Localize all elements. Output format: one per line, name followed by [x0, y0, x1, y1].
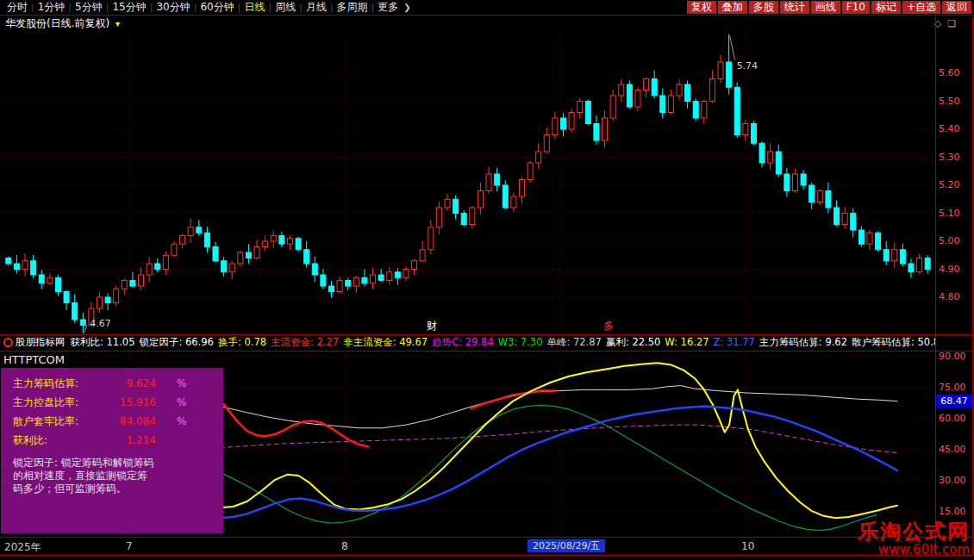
period-tab-5[interactable]: 30分钟 — [153, 0, 193, 15]
titlebar-icon-2[interactable]: ❏ — [947, 18, 962, 29]
line-magenta-dashed — [220, 425, 897, 452]
price-axis-label: 5.10 — [939, 208, 960, 219]
line-red — [220, 400, 368, 446]
info-note-line: 锁定因子: 锁定筹码和解锁筹码 — [13, 457, 223, 470]
axis-month-label: 7 — [126, 540, 133, 552]
period-tab-10[interactable]: 多周期 — [334, 0, 371, 15]
line-yellow — [220, 363, 897, 518]
indicator-stat: 主流资金: 2.27 — [271, 335, 339, 350]
info-note-line: 码多少；但可监测筹码。 — [13, 482, 223, 495]
info-row: 主力筹码估算:9.624% — [13, 376, 223, 395]
info-row-label: 获利比: — [13, 433, 109, 448]
info-row-value: 9.624 — [109, 377, 156, 389]
indicator-stat: W: 16.27 — [665, 335, 709, 350]
toolbar-button-5[interactable]: 画线 — [811, 1, 840, 14]
axis-month-label: 10 — [741, 540, 754, 552]
indicator-axis-label: 75.00 — [939, 382, 966, 393]
kline-chart[interactable]: 5.744.67财多 — [0, 31, 935, 334]
panel-divider — [0, 334, 973, 335]
svg-text:多: 多 — [603, 320, 614, 332]
panel-watermark-text: HTTPTCOM — [3, 353, 65, 366]
indicator-stat: 散户筹码估算: 50.84 — [852, 335, 935, 350]
axis-year-label: 2025年 — [4, 540, 41, 555]
price-axis-label: 5.30 — [939, 152, 960, 163]
info-row-unit: % — [177, 377, 186, 389]
titlebar-icons: ◇❏ — [934, 16, 962, 31]
info-row-unit: % — [177, 415, 186, 427]
price-axis-label: 5.00 — [939, 235, 960, 246]
indicator-axis-label: 90.00 — [939, 351, 966, 362]
price-axis-label: 4.90 — [939, 264, 960, 275]
info-row-value: 84.084 — [109, 415, 156, 427]
main-kline-panel[interactable]: 5.744.67财多 — [0, 31, 935, 334]
indicator-stat: 锁定因子: 66.96 — [139, 335, 213, 350]
info-rows: 主力筹码估算:9.624%主力控盘比率:15.916%散户套牢比率:84.084… — [13, 376, 223, 452]
info-row-label: 主力筹码估算: — [13, 376, 109, 391]
right-edge-divider — [972, 16, 973, 556]
panel-divider — [0, 351, 973, 352]
info-note: 锁定因子: 锁定筹码和解锁筹码的相对速度，直接监测锁定筹码多少；但可监测筹码。 — [13, 457, 223, 495]
indicator-stat: 趋势C: 29.84 — [432, 335, 493, 350]
indicator-value-badge: 68.47 — [936, 395, 972, 408]
title-bar: 华发股份(日线.前复权) ▾ ◇❏ — [0, 16, 974, 31]
period-tab-11[interactable]: 更多 — [374, 0, 402, 15]
toolbar-button-8[interactable]: +自选 — [902, 1, 940, 14]
period-tab-6[interactable]: 60分钟 — [197, 0, 237, 15]
indicator-brand: 股朋指标网 — [16, 335, 66, 350]
svg-text:5.74: 5.74 — [737, 60, 759, 72]
period-tab-1[interactable]: 分时 — [3, 0, 31, 15]
indicator-stat: W3: 7.30 — [498, 335, 543, 350]
indicator-stat: 赢利: 22.50 — [606, 335, 660, 350]
indicator-brand-icon — [3, 338, 13, 347]
period-tab-2[interactable]: 1分钟 — [34, 0, 69, 15]
info-row: 主力控盘比率:15.916% — [13, 395, 223, 414]
period-tabs: 分时|1分钟|5分钟|15分钟|30分钟|60分钟|日线|周线|月线|多周期|更… — [0, 0, 413, 15]
toolbar-button-4[interactable]: 统计 — [780, 1, 809, 14]
indicator-axis-label: 30.00 — [939, 475, 966, 486]
svg-text:财: 财 — [427, 320, 437, 332]
toolbar-button-3[interactable]: 多股 — [749, 1, 778, 14]
chevron-down-icon[interactable]: ▾ — [116, 19, 120, 28]
toolbar-button-7[interactable]: 标记 — [871, 1, 901, 14]
watermark-title: 乐淘公式网 — [858, 520, 970, 543]
period-tab-9[interactable]: 月线 — [303, 0, 330, 15]
info-row-label: 主力控盘比率: — [13, 395, 109, 410]
period-tab-8[interactable]: 周线 — [272, 0, 299, 15]
indicator-axis-label: 45.00 — [939, 444, 966, 455]
svg-text:4.67: 4.67 — [90, 318, 110, 329]
price-axis-label: 5.40 — [939, 123, 960, 134]
panel-divider — [0, 555, 973, 556]
period-tab-3[interactable]: 5分钟 — [72, 0, 106, 15]
info-overlay-box: 主力筹码估算:9.624%主力控盘比率:15.916%散户套牢比率:84.084… — [1, 368, 223, 533]
stock-title: 华发股份(日线.前复权) — [5, 17, 109, 29]
price-axis-label: 5.50 — [939, 96, 960, 107]
toolbar-button-9[interactable]: 返回 — [942, 1, 971, 14]
period-tab-7[interactable]: 日线 — [240, 0, 268, 15]
indicator-stat: 主力筹码估算: 9.62 — [759, 335, 847, 350]
toolbar-actions: 复权叠加多股统计画线F10标记+自选返回 — [687, 1, 974, 14]
toolbar-button-2[interactable]: 叠加 — [718, 1, 747, 14]
toolbar-button-6[interactable]: F10 — [842, 1, 870, 14]
more-arrow-icon[interactable]: ❯ — [402, 3, 412, 12]
watermark-url: www.60lt.com — [858, 543, 970, 557]
toolbar-button-1[interactable]: 复权 — [687, 1, 716, 14]
info-row-label: 散户套牢比率: — [13, 414, 109, 429]
indicator-stat: Z: 31.77 — [714, 335, 755, 350]
price-axis-label: 4.80 — [939, 291, 960, 302]
indicator-values: 获利比: 11.05锁定因子: 66.96换手: 0.78主流资金: 2.27非… — [71, 335, 936, 350]
price-axis-label: 5.60 — [939, 67, 960, 78]
indicator-stat: 换手: 0.78 — [218, 335, 266, 350]
info-row-unit: % — [177, 396, 186, 408]
indicator-axis-label: 60.00 — [939, 413, 966, 424]
indicator-header: 股朋指标网 获利比: 11.05锁定因子: 66.96换手: 0.78主流资金:… — [0, 335, 935, 350]
site-watermark: 乐淘公式网 www.60lt.com — [858, 520, 970, 557]
period-tab-4[interactable]: 15分钟 — [109, 0, 149, 15]
info-row: 获利比:1.214 — [13, 433, 223, 452]
info-row-value: 1.214 — [109, 434, 156, 446]
indicator-stat: 非主流资金: 49.67 — [343, 335, 428, 350]
indicator-panel[interactable]: HTTPTCOM 主力筹码估算:9.624%主力控盘比率:15.916%散户套牢… — [0, 352, 935, 536]
current-date-box: 2025/08/29/五 — [528, 539, 605, 552]
info-row-value: 15.916 — [109, 396, 156, 408]
price-axis-label: 5.20 — [939, 179, 960, 190]
info-row: 散户套牢比率:84.084% — [13, 414, 223, 433]
